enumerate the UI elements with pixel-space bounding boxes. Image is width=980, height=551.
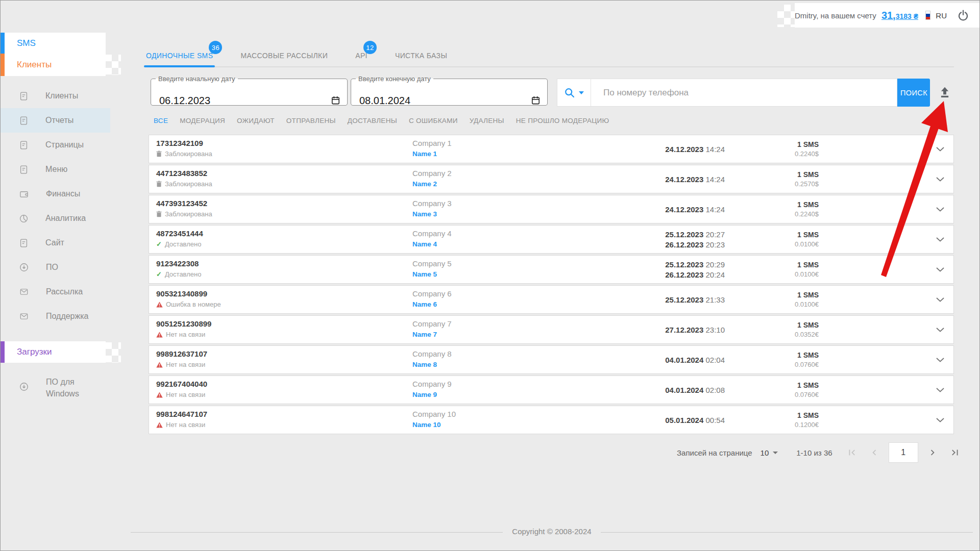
current-page-box[interactable]: 1 <box>889 442 918 463</box>
sender-name-link[interactable]: Name 4 <box>412 240 437 248</box>
expand-row-button[interactable] <box>935 145 945 153</box>
sidebar-item-4[interactable]: Финансы <box>1 182 110 206</box>
table-row[interactable]: 17312342109 Заблокирована Company 1 Name… <box>149 135 954 163</box>
table-row[interactable]: 998124647107 Нет на связи Company 10 Nam… <box>149 406 954 434</box>
sender-name-link[interactable]: Name 10 <box>412 421 441 429</box>
sidebar-section-clients[interactable]: Клиенты <box>1 54 106 76</box>
dates-cell: 05.01.2024 00:54 <box>665 406 725 434</box>
sender-name-link[interactable]: Name 6 <box>412 300 437 308</box>
phone-cell: 998912637107 Нет на связи <box>156 349 207 368</box>
status-tab-2[interactable]: ОЖИДАЮТ <box>237 117 275 124</box>
download-icon <box>19 262 29 272</box>
sender-name-link[interactable]: Name 1 <box>412 150 437 158</box>
sidebar-item-label: Поддержка <box>46 312 88 321</box>
russia-flag-icon[interactable] <box>925 11 930 20</box>
sender-name-link[interactable]: Name 5 <box>412 270 437 278</box>
table-row[interactable]: 48723451444 ✓Доставлено Company 4 Name 4… <box>149 225 954 254</box>
sidebar-item-1[interactable]: Отчеты <box>1 108 110 133</box>
status-tab-5[interactable]: С ОШИБКАМИ <box>409 117 458 124</box>
sender-name-link[interactable]: Name 3 <box>412 210 437 218</box>
table-row[interactable]: 447123483852 Заблокирована Company 2 Nam… <box>149 165 954 193</box>
message-time: 02:08 <box>705 386 725 394</box>
sender-name-link[interactable]: Name 8 <box>412 361 437 368</box>
table-row[interactable]: 9123422308 ✓Доставлено Company 5 Name 5 … <box>149 255 954 284</box>
sms-cost: 0.2570$ <box>795 180 819 188</box>
sidebar-item-2[interactable]: Страницы <box>1 133 110 157</box>
next-page-button[interactable] <box>926 446 939 459</box>
chevron-down-icon <box>579 91 584 94</box>
table-row[interactable]: 905321340899 Ошибка в номере Company 6 N… <box>149 285 954 314</box>
sidebar-item-8[interactable]: Рассылка <box>1 280 110 304</box>
status-tab-3[interactable]: ОТПРАВЛЕНЫ <box>286 117 336 124</box>
expand-row-button[interactable] <box>935 296 945 303</box>
expand-row-button[interactable] <box>935 326 945 333</box>
expand-row-button[interactable] <box>935 266 945 273</box>
sidebar-item-label: ПО дляWindows <box>46 376 79 399</box>
phone-number: 9051251230899 <box>156 319 211 328</box>
table-row[interactable]: 998912637107 Нет на связи Company 8 Name… <box>149 345 954 374</box>
tab-2[interactable]: API12 <box>353 46 370 66</box>
phone-cell: 905321340899 Ошибка в номере <box>156 289 221 308</box>
language-selector[interactable]: RU <box>936 11 947 20</box>
search-icon <box>564 87 575 98</box>
sidebar-item-6[interactable]: Сайт <box>1 231 110 255</box>
sidebar-item-7[interactable]: ПО <box>1 255 110 280</box>
message-time: 14:24 <box>705 205 725 214</box>
status-tab-7[interactable]: НЕ ПРОШЛО МОДЕРАЦИЮ <box>516 117 609 124</box>
sidebar-item-0[interactable]: Клиенты <box>1 84 110 108</box>
expand-row-button[interactable] <box>935 386 945 393</box>
expand-row-button[interactable] <box>935 416 945 423</box>
chevron-down-icon <box>936 177 944 182</box>
search-input[interactable] <box>591 87 897 98</box>
status-text: Ошибка в номере <box>166 300 221 308</box>
sms-count: 1 SMS <box>797 231 819 239</box>
status-tab-0[interactable]: ВСЕ <box>154 117 168 124</box>
date-from-field[interactable]: Введите начальную дату 06.12.2023 <box>151 75 348 106</box>
prev-page-button <box>868 446 880 459</box>
topbar: Dmitry, на вашем счету 31,3183 ₴ RU <box>795 3 979 28</box>
expand-row-button[interactable] <box>935 356 945 363</box>
sidebar-item-label: Финансы <box>46 189 80 198</box>
status-tab-6[interactable]: УДАЛЕНЫ <box>470 117 504 124</box>
status-tab-1[interactable]: МОДЕРАЦИЯ <box>180 117 225 124</box>
message-date: 05.01.2024 <box>665 416 703 424</box>
export-upload-button[interactable] <box>937 84 953 101</box>
per-page-select[interactable]: 10 <box>761 448 778 457</box>
date-to-field[interactable]: Введите конечную дату 08.01.2024 <box>351 75 548 106</box>
message-date: 25.12.2023 <box>665 295 703 304</box>
tab-3[interactable]: ЧИСТКА БАЗЫ <box>393 46 449 66</box>
status-tab-4[interactable]: ДОСТАВЛЕНЫ <box>348 117 397 124</box>
expand-row-button[interactable] <box>935 206 945 213</box>
sender-name-link[interactable]: Name 9 <box>412 391 437 398</box>
calendar-icon[interactable] <box>331 95 340 107</box>
expand-row-button[interactable] <box>935 176 945 183</box>
sender-name-link[interactable]: Name 2 <box>412 180 437 188</box>
status-text: Нет на связи <box>166 391 205 398</box>
table-row[interactable]: 447393123452 Заблокирована Company 3 Nam… <box>149 195 954 223</box>
expand-row-button[interactable] <box>935 236 945 243</box>
power-icon <box>957 9 969 21</box>
sidebar-section-downloads[interactable]: Загрузки <box>1 341 106 363</box>
calendar-icon[interactable] <box>531 95 541 107</box>
dates-cell: 04.01.2024 02:08 <box>665 376 725 404</box>
tab-0[interactable]: ОДИНОЧНЫЕ SMS36 <box>144 46 215 66</box>
date-from-value[interactable]: 06.12.2023 <box>159 95 210 107</box>
sidebar-item-3[interactable]: Меню <box>1 157 110 182</box>
table-row[interactable]: 9051251230899 Нет на связи Company 7 Nam… <box>149 315 954 344</box>
footer: Copyright © 2008-2024 <box>131 527 973 537</box>
sender-name-link[interactable]: Name 7 <box>412 331 437 338</box>
last-page-button[interactable] <box>949 446 961 459</box>
logout-button[interactable] <box>957 9 969 22</box>
tab-1[interactable]: МАССОВЫЕ РАССЫЛКИ <box>238 46 330 66</box>
sidebar-section-sms[interactable]: SMS <box>1 33 106 54</box>
search-type-dropdown[interactable] <box>557 79 591 106</box>
sidebar-item-9[interactable]: Поддержка <box>1 304 110 329</box>
tab-label: ЧИСТКА БАЗЫ <box>395 52 447 60</box>
search-button[interactable]: ПОИСК <box>897 79 930 107</box>
balance-link[interactable]: 31,3183 ₴ <box>881 10 918 21</box>
sidebar-item-5[interactable]: Аналитика <box>1 206 110 231</box>
company-label: Company 8 <box>412 349 452 358</box>
date-to-value[interactable]: 08.01.2024 <box>359 95 410 107</box>
sidebar-item-po-windows[interactable]: ПО дляWindows <box>1 372 110 404</box>
table-row[interactable]: 992167404040 Нет на связи Company 9 Name… <box>149 375 954 404</box>
